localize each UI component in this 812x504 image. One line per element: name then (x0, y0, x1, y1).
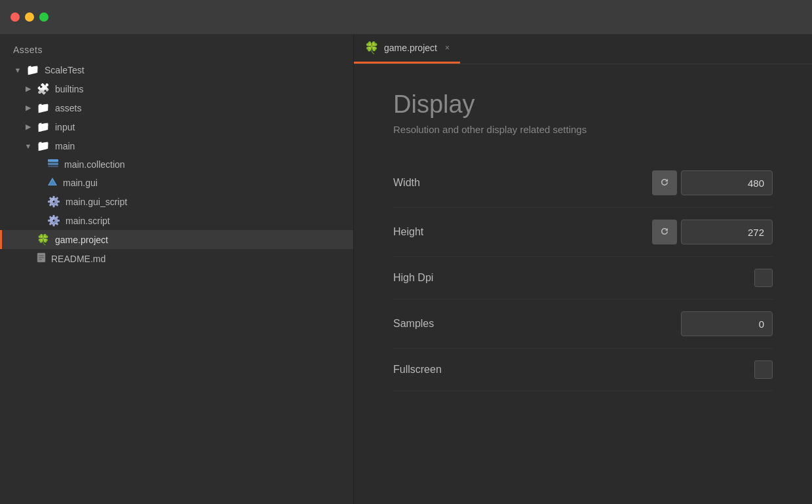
chevron-icon: ▼ (13, 66, 22, 74)
main-layout: Assets ▼📁ScaleTest▶🧩builtins▶📁assets▶📁in… (0, 34, 812, 504)
titlebar (0, 0, 812, 34)
number-input-height[interactable] (681, 220, 773, 244)
setting-row-width: Width (393, 159, 773, 208)
sidebar-item-scaletest[interactable]: ▼📁ScaleTest (0, 60, 353, 79)
folder-icon: 📁 (37, 140, 50, 152)
tab-label: game.project (384, 43, 437, 53)
gui-icon (47, 177, 58, 189)
number-input-samples[interactable] (681, 311, 773, 336)
tree-item-label: main.script (66, 216, 110, 226)
tree-item-label: main.gui (63, 178, 98, 188)
folder-icon: 📁 (37, 121, 50, 133)
setting-row-height: Height (393, 208, 773, 257)
minimize-button[interactable] (25, 12, 34, 22)
setting-row-fullscreen: Fullscreen (393, 349, 773, 391)
chevron-icon: ▶ (24, 123, 33, 131)
setting-label-high_dpi: High Dpi (393, 272, 754, 284)
sidebar: Assets ▼📁ScaleTest▶🧩builtins▶📁assets▶📁in… (0, 34, 354, 504)
chevron-icon: ▼ (24, 142, 33, 150)
game-project-tab[interactable]: 🍀 game.project × (354, 33, 460, 64)
setting-label-samples: Samples (393, 318, 681, 330)
script-icon: ⚙️ (47, 195, 60, 208)
setting-row-samples: Samples (393, 300, 773, 349)
chevron-icon: ▶ (24, 85, 33, 93)
tree-item-label: game.project (55, 235, 108, 245)
sidebar-item-main[interactable]: ▼📁main (0, 136, 353, 155)
collection-icon (47, 159, 59, 170)
tree-item-label: assets (55, 103, 81, 113)
setting-row-high_dpi: High Dpi (393, 257, 773, 300)
file-tree: ▼📁ScaleTest▶🧩builtins▶📁assets▶📁input▼📁ma… (0, 60, 353, 269)
tab-icon: 🍀 (364, 41, 379, 55)
tree-item-label: ScaleTest (45, 65, 85, 75)
number-input-width[interactable] (681, 170, 773, 195)
sidebar-item-main-script[interactable]: ⚙️main.script (0, 211, 353, 230)
setting-label-width: Width (393, 177, 652, 189)
svg-rect-0 (48, 159, 58, 162)
close-button[interactable] (10, 12, 20, 22)
tab-close-button[interactable]: × (445, 43, 450, 52)
svg-rect-1 (48, 163, 58, 165)
script-icon: ⚙️ (47, 214, 60, 227)
setting-controls-high_dpi (754, 269, 773, 287)
folder-icon: 📁 (37, 102, 50, 114)
chevron-icon: ▶ (24, 104, 33, 112)
setting-controls-height (652, 220, 773, 244)
tree-item-label: main.collection (64, 159, 125, 170)
puzzle-icon: 🧩 (37, 83, 50, 95)
sidebar-item-main-collection[interactable]: main.collection (0, 155, 353, 174)
sidebar-item-builtins[interactable]: ▶🧩builtins (0, 79, 353, 98)
settings-panel: Display Resolution and other display rel… (354, 64, 812, 504)
setting-label-fullscreen: Fullscreen (393, 364, 754, 376)
sidebar-item-input[interactable]: ▶📁input (0, 117, 353, 136)
sidebar-item-main-gui[interactable]: main.gui (0, 174, 353, 192)
setting-controls-fullscreen (754, 360, 773, 379)
setting-controls-width (652, 170, 773, 195)
tree-item-label: builtins (55, 84, 84, 94)
file-icon (37, 252, 46, 265)
sidebar-item-readme[interactable]: README.md (0, 249, 353, 269)
setting-label-height: Height (393, 226, 652, 238)
project-icon: 🍀 (37, 233, 50, 246)
assets-header: Assets (0, 34, 353, 60)
tree-item-label: input (55, 122, 75, 132)
sidebar-item-main-gui-script[interactable]: ⚙️main.gui_script (0, 192, 353, 211)
section-title: Display (393, 90, 773, 119)
folder-icon: 📁 (26, 64, 39, 76)
reset-button-height[interactable] (652, 220, 677, 244)
sidebar-item-game-project[interactable]: 🍀game.project (0, 230, 353, 249)
setting-controls-samples (681, 311, 773, 336)
reset-button-width[interactable] (652, 170, 677, 195)
svg-rect-2 (48, 166, 58, 167)
tree-item-label: README.md (51, 254, 106, 264)
content-area: 🍀 game.project × Display Resolution and … (354, 34, 812, 504)
tree-item-label: main.gui_script (66, 197, 127, 207)
tab-bar: 🍀 game.project × (354, 34, 812, 64)
sidebar-item-assets[interactable]: ▶📁assets (0, 98, 353, 117)
section-subtitle: Resolution and other display related set… (393, 124, 773, 135)
settings-rows: Width Height High DpiSamplesFullscreen (393, 159, 773, 391)
maximize-button[interactable] (39, 12, 48, 22)
checkbox-high_dpi[interactable] (754, 269, 773, 287)
checkbox-fullscreen[interactable] (754, 360, 773, 379)
tree-item-label: main (55, 141, 75, 151)
